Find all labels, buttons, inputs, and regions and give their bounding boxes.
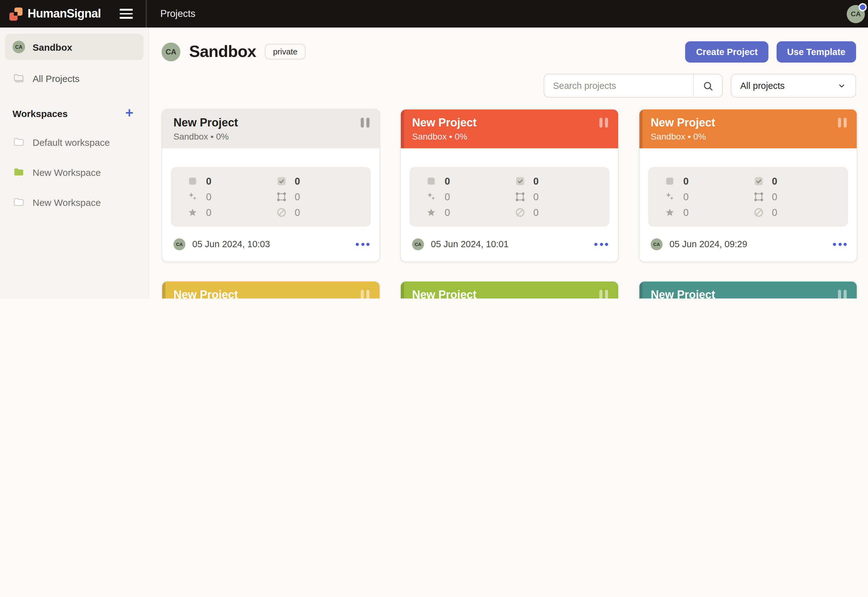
card-menu-icon[interactable] — [356, 242, 369, 246]
project-stats: 0 0 0 — [409, 167, 609, 227]
skipped-icon — [753, 207, 764, 218]
stat-finished-tasks: 0 — [515, 175, 603, 188]
project-subtitle: Sandbox • 0% — [412, 131, 618, 141]
stat-predictions: 0 — [187, 190, 276, 203]
main-content: CA Sandbox private Create Project Use Te… — [150, 28, 868, 298]
projects-filter-value: All projects — [740, 81, 785, 91]
user-avatar[interactable]: CA — [847, 5, 865, 23]
finished-tasks-icon — [276, 176, 286, 187]
page-title: Projects — [160, 8, 195, 19]
project-date: 05 Jun 2024, 09:29 — [670, 239, 747, 249]
user-avatar-initials: CA — [851, 10, 861, 18]
all-projects-icon — [12, 72, 25, 85]
project-card[interactable]: New Project Sandbox • 0% 0 0 — [400, 281, 619, 298]
predictions-icon — [664, 192, 675, 202]
pause-icon — [838, 290, 847, 298]
pause-icon — [599, 290, 608, 298]
sidebar-item-label: Default workspace — [33, 137, 110, 147]
predictions-icon — [426, 192, 436, 202]
sidebar-item-label: New Workspace — [33, 197, 101, 208]
workspace-header: CA Sandbox private — [162, 42, 306, 61]
stat-predictions: 0 — [664, 190, 753, 203]
workspaces-heading: Workspaces + — [0, 102, 149, 124]
topbar: HumanSignal Projects CA — [0, 0, 868, 28]
project-card[interactable]: New Project Sandbox • 0% 0 0 — [639, 281, 858, 298]
stat-regions: 0 — [753, 190, 842, 203]
use-template-button[interactable]: Use Template — [777, 41, 856, 62]
stat-ground-truths: 0 — [187, 206, 276, 219]
project-card[interactable]: New Project Sandbox • 0% 0 0 — [400, 109, 619, 262]
topbar-divider — [146, 0, 147, 28]
predictions-icon — [187, 192, 198, 202]
sidebar-item-new-workspace[interactable]: New Workspace — [5, 192, 143, 213]
sidebar-item-default-workspace[interactable]: Default workspace — [5, 131, 143, 153]
stat-regions: 0 — [276, 190, 365, 203]
header-actions: Create Project Use Template — [685, 41, 856, 62]
project-card-header: New Project Sandbox • 0% — [639, 282, 857, 298]
pause-icon — [361, 118, 369, 128]
project-card-footer: CA 05 Jun 2024, 10:01 — [412, 236, 608, 252]
ground-truth-icon — [664, 207, 675, 218]
sidebar-item-new-workspace[interactable]: New Workspace — [5, 162, 143, 183]
create-project-button[interactable]: Create Project — [685, 41, 768, 62]
project-title: New Project — [173, 116, 380, 129]
pause-icon — [599, 118, 608, 128]
tasks-icon — [426, 176, 436, 187]
status-dot — [859, 3, 867, 11]
project-card[interactable]: New Project Sandbox • 0% 0 0 — [162, 109, 380, 262]
project-title: New Project — [412, 116, 618, 129]
sidebar: CA Sandbox All Projects Workspaces + Def… — [0, 28, 149, 298]
stat-finished-tasks: 0 — [276, 175, 365, 188]
workspace-folder-icon — [12, 136, 25, 148]
project-card-header: New Project Sandbox • 1% — [162, 282, 380, 298]
humansignal-logo-icon — [9, 7, 22, 20]
stat-finished-tasks: 0 — [753, 175, 842, 188]
chevron-down-icon — [837, 81, 847, 91]
skipped-icon — [515, 207, 525, 218]
stat-tasks: 0 — [187, 175, 276, 188]
project-stats: 0 0 0 — [171, 167, 371, 227]
sidebar-item-label: New Workspace — [33, 167, 101, 177]
brand-name: HumanSignal — [28, 7, 101, 21]
card-menu-icon[interactable] — [594, 242, 608, 246]
hamburger-menu-icon[interactable] — [120, 9, 133, 19]
project-card[interactable]: New Project Sandbox • 0% 0 0 — [639, 109, 858, 262]
brand: HumanSignal — [0, 7, 101, 21]
ground-truth-icon — [426, 207, 436, 218]
stat-skipped: 0 — [753, 206, 842, 219]
card-menu-icon[interactable] — [833, 242, 847, 246]
workspace-folder-icon — [12, 196, 25, 208]
project-card-header: New Project Sandbox • 0% — [401, 282, 618, 298]
add-workspace-button[interactable]: + — [125, 106, 133, 120]
project-title: New Project — [651, 116, 857, 129]
project-card-header: New Project Sandbox • 0% — [639, 110, 857, 148]
avatar: CA — [173, 238, 185, 250]
project-card[interactable]: New Project Sandbox • 1% 100 1 — [162, 281, 380, 298]
projects-filter-select[interactable]: All projects — [731, 74, 856, 98]
visibility-badge: private — [265, 44, 306, 59]
avatar: CA — [12, 41, 25, 53]
ground-truth-icon — [187, 207, 198, 218]
search-input[interactable] — [544, 81, 693, 91]
stat-skipped: 0 — [276, 206, 365, 219]
tasks-icon — [664, 176, 675, 187]
search-button[interactable] — [693, 74, 722, 97]
stat-skipped: 0 — [515, 206, 603, 219]
project-title: New Project — [412, 288, 618, 298]
stat-predictions: 0 — [426, 190, 515, 203]
stat-ground-truths: 0 — [426, 206, 515, 219]
stat-regions: 0 — [515, 190, 603, 203]
project-card-footer: CA 05 Jun 2024, 09:29 — [651, 236, 847, 252]
app: HumanSignal Projects CA CA Sandbox All P… — [0, 0, 868, 298]
sidebar-item-label: Sandbox — [33, 42, 72, 52]
sidebar-item-label: All Projects — [33, 73, 79, 83]
regions-icon — [276, 192, 286, 202]
search-box — [543, 74, 723, 98]
project-title: New Project — [651, 288, 857, 298]
regions-icon — [753, 192, 764, 202]
project-card-header: New Project Sandbox • 0% — [401, 110, 618, 148]
avatar: CA — [651, 238, 663, 250]
project-card-header: New Project Sandbox • 0% — [162, 110, 380, 148]
sidebar-item-all-projects[interactable]: All Projects — [5, 68, 143, 89]
sidebar-item-sandbox[interactable]: CA Sandbox — [5, 34, 143, 60]
